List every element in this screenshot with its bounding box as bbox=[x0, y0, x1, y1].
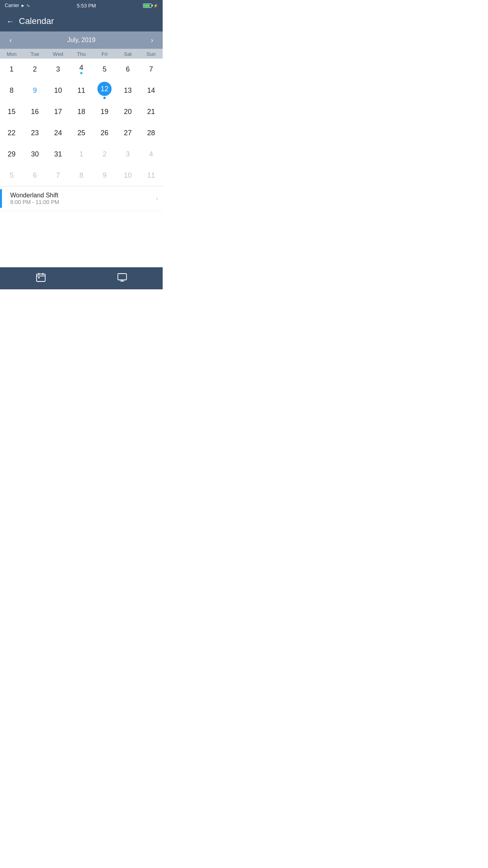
day-aug-6[interactable]: 6 bbox=[23, 165, 46, 186]
month-year-label: July, 2019 bbox=[67, 37, 95, 44]
day-10[interactable]: 10 bbox=[46, 80, 70, 101]
next-month-button[interactable]: › bbox=[148, 35, 156, 46]
weekday-wed: Wed bbox=[46, 51, 70, 57]
day-aug-1[interactable]: 1 bbox=[70, 143, 93, 165]
status-battery: ⚡ bbox=[143, 4, 158, 8]
event-dot-4 bbox=[80, 72, 83, 74]
status-time: 5:53 PM bbox=[77, 3, 96, 9]
status-bar: Carrier ►︎ ∿ 5:53 PM ⚡ bbox=[0, 0, 163, 11]
weekday-sun: Sun bbox=[139, 51, 163, 57]
day-aug-7[interactable]: 7 bbox=[46, 165, 70, 186]
day-20[interactable]: 20 bbox=[116, 101, 139, 122]
tab-bar bbox=[0, 267, 163, 289]
weekday-sat: Sat bbox=[116, 51, 139, 57]
day-3[interactable]: 3 bbox=[46, 59, 70, 80]
day-13[interactable]: 13 bbox=[116, 80, 139, 101]
day-16[interactable]: 16 bbox=[23, 101, 46, 122]
battery-icon bbox=[143, 4, 152, 8]
header: ← Calendar bbox=[0, 11, 163, 31]
day-aug-8[interactable]: 8 bbox=[70, 165, 93, 186]
day-aug-2[interactable]: 2 bbox=[93, 143, 116, 165]
calendar-section: Mon Tue Wed Thu Fri Sat Sun 1 2 3 4 5 6 … bbox=[0, 49, 163, 186]
day-aug-9[interactable]: 9 bbox=[93, 165, 116, 186]
prev-month-button[interactable]: ‹ bbox=[6, 35, 15, 46]
weekday-header: Mon Tue Wed Thu Fri Sat Sun bbox=[0, 49, 163, 59]
event-details: Wonderland Shift 8:00 PM - 11:00 PM bbox=[10, 192, 153, 205]
day-17[interactable]: 17 bbox=[46, 101, 70, 122]
days-grid: 1 2 3 4 5 6 7 8 9 10 11 12 13 14 15 16 1… bbox=[0, 59, 163, 186]
day-7[interactable]: 7 bbox=[139, 59, 163, 80]
day-19[interactable]: 19 bbox=[93, 101, 116, 122]
back-button[interactable]: ← bbox=[6, 17, 14, 26]
day-aug-5[interactable]: 5 bbox=[0, 165, 23, 186]
bolt-icon: ⚡ bbox=[153, 4, 158, 8]
day-aug-3[interactable]: 3 bbox=[116, 143, 139, 165]
day-21[interactable]: 21 bbox=[139, 101, 163, 122]
weekday-thu: Thu bbox=[70, 51, 93, 57]
battery-fill bbox=[144, 4, 150, 7]
day-aug-11[interactable]: 11 bbox=[139, 165, 163, 186]
day-8[interactable]: 8 bbox=[0, 80, 23, 101]
day-11[interactable]: 11 bbox=[70, 80, 93, 101]
day-26[interactable]: 26 bbox=[93, 122, 116, 143]
weekday-tue: Tue bbox=[23, 51, 46, 57]
day-15[interactable]: 15 bbox=[0, 101, 23, 122]
day-29[interactable]: 29 bbox=[0, 143, 23, 165]
day-25[interactable]: 25 bbox=[70, 122, 93, 143]
day-23[interactable]: 23 bbox=[23, 122, 46, 143]
weekday-mon: Mon bbox=[0, 51, 23, 57]
event-color-bar bbox=[0, 189, 2, 208]
event-item-wonderland[interactable]: Wonderland Shift 8:00 PM - 11:00 PM › bbox=[0, 186, 163, 211]
day-aug-4[interactable]: 4 bbox=[139, 143, 163, 165]
event-dot-12 bbox=[103, 97, 106, 99]
page-title: Calendar bbox=[19, 16, 54, 26]
day-28[interactable]: 28 bbox=[139, 122, 163, 143]
events-section: Wonderland Shift 8:00 PM - 11:00 PM › bbox=[0, 186, 163, 211]
day-6[interactable]: 6 bbox=[116, 59, 139, 80]
chevron-right-icon: › bbox=[156, 195, 158, 202]
day-9[interactable]: 9 bbox=[23, 80, 46, 101]
day-24[interactable]: 24 bbox=[46, 122, 70, 143]
day-4[interactable]: 4 bbox=[70, 59, 93, 80]
event-time: 8:00 PM - 11:00 PM bbox=[10, 199, 153, 205]
day-30[interactable]: 30 bbox=[23, 143, 46, 165]
day-5[interactable]: 5 bbox=[93, 59, 116, 80]
day-31[interactable]: 31 bbox=[46, 143, 70, 165]
day-aug-10[interactable]: 10 bbox=[116, 165, 139, 186]
svg-rect-5 bbox=[118, 274, 127, 280]
day-22[interactable]: 22 bbox=[0, 122, 23, 143]
svg-rect-4 bbox=[38, 277, 40, 278]
day-2[interactable]: 2 bbox=[23, 59, 46, 80]
display-icon bbox=[117, 272, 127, 285]
calendar-nav: ‹ July, 2019 › bbox=[0, 31, 163, 49]
day-14[interactable]: 14 bbox=[139, 80, 163, 101]
calendar-icon bbox=[36, 272, 46, 285]
carrier-text: Carrier bbox=[5, 3, 19, 8]
day-18[interactable]: 18 bbox=[70, 101, 93, 122]
wifi-icon: ►︎ ∿ bbox=[21, 3, 30, 8]
status-carrier: Carrier ►︎ ∿ bbox=[5, 3, 30, 8]
day-27[interactable]: 27 bbox=[116, 122, 139, 143]
svg-rect-0 bbox=[37, 274, 45, 281]
tab-calendar[interactable] bbox=[0, 268, 81, 289]
weekday-fri: Fri bbox=[93, 51, 116, 57]
tab-display[interactable] bbox=[81, 268, 163, 289]
day-1[interactable]: 1 bbox=[0, 59, 23, 80]
day-12-today[interactable]: 12 bbox=[93, 80, 116, 101]
event-name: Wonderland Shift bbox=[10, 192, 153, 199]
